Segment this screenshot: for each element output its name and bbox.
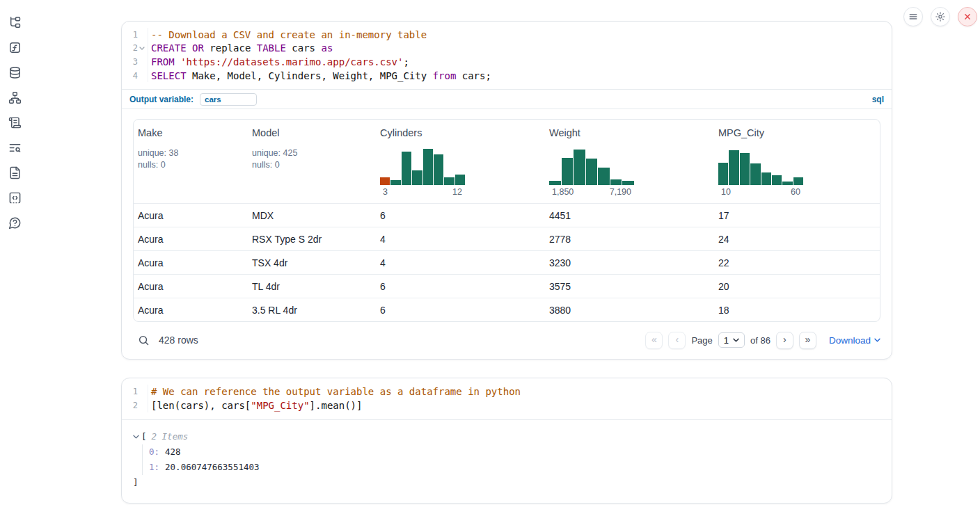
next-page-button[interactable]: › — [776, 332, 793, 349]
gear-icon — [935, 11, 946, 22]
table-cell: 24 — [714, 234, 880, 245]
python-code-editor[interactable]: 1# We can reference the output variable … — [122, 378, 892, 419]
function-square-icon[interactable] — [8, 41, 22, 54]
database-icon[interactable] — [8, 66, 22, 79]
line-number: 2 — [133, 43, 138, 53]
page-total-label: of 86 — [750, 335, 770, 346]
document-icon[interactable] — [8, 166, 22, 179]
download-menu[interactable]: Download — [829, 335, 880, 346]
column-header-weight[interactable]: Weight1,8507,190 — [545, 120, 714, 203]
token-keyword: OR — [192, 42, 204, 54]
token-plain: Make, Model, Cylinders, Weight, MPG_City — [187, 70, 433, 81]
tree-close-row: ] — [133, 475, 880, 490]
token-keyword: as — [321, 42, 333, 54]
table-cell: 3880 — [545, 305, 714, 316]
settings-button[interactable] — [931, 7, 950, 26]
token-string: "MPG_City" — [251, 400, 309, 411]
table-cell: 6 — [376, 305, 545, 316]
chevron-down-icon — [874, 338, 880, 342]
histogram-bar — [434, 154, 443, 186]
table-cell: 4 — [376, 234, 545, 245]
histogram-bar — [562, 158, 574, 186]
token-plain: replace — [204, 42, 257, 54]
line-number-gutter: 2 — [122, 42, 148, 56]
histogram-bar — [598, 168, 610, 185]
table-row: AcuraRSX Type S 2dr4277824 — [134, 227, 880, 250]
code-line: 1-- Download a CSV and create an in-memo… — [122, 28, 892, 42]
table-cell: Acura — [134, 305, 248, 316]
search-icon[interactable] — [138, 335, 150, 346]
histogram-bar — [750, 163, 760, 186]
table-cell: TSX 4dr — [248, 257, 376, 268]
table-cell: 20 — [714, 281, 880, 292]
shutdown-button[interactable] — [958, 7, 977, 26]
page-label: Page — [691, 335, 712, 346]
column-stat: nulls: 0 — [138, 159, 242, 171]
help-chat-icon[interactable] — [8, 216, 22, 230]
token-keyword: SELECT — [151, 70, 187, 81]
tree-root-row: [ 2 Items — [133, 429, 880, 444]
sql-cell: 1-- Download a CSV and create an in-memo… — [121, 21, 892, 360]
column-stat: nulls: 0 — [252, 159, 370, 171]
token-keyword: FROM — [151, 56, 175, 67]
column-header-cylinders[interactable]: Cylinders312 — [376, 120, 545, 203]
sql-output-variable-row: Output variable: sql — [122, 89, 892, 109]
table-cell: 4 — [376, 257, 545, 268]
column-title: Cylinders — [380, 126, 539, 140]
collapse-chevron-icon[interactable] — [133, 435, 141, 439]
column-header-model[interactable]: Modelunique: 425nulls: 0 — [248, 120, 376, 203]
code-text: [len(cars), cars["MPG_City"].mean()] — [148, 400, 362, 411]
pagination: « ‹ Page 1 of 86 › » Download — [645, 332, 880, 349]
column-header-make[interactable]: Makeunique: 38nulls: 0 — [134, 120, 248, 203]
histogram-bar — [444, 177, 454, 185]
histogram-bar — [782, 182, 792, 186]
token-string: 'https://datasets.marimo.app/cars.csv' — [180, 56, 403, 67]
table-cell: 17 — [714, 210, 880, 221]
last-page-button[interactable]: » — [799, 332, 816, 349]
sql-code-editor[interactable]: 1-- Download a CSV and create an in-memo… — [122, 22, 892, 89]
histogram-axis: 312 — [380, 187, 465, 197]
sql-output: Makeunique: 38nulls: 0Modelunique: 425nu… — [122, 109, 892, 359]
column-title: Model — [252, 126, 370, 140]
fold-spacer — [138, 58, 146, 65]
line-number: 2 — [133, 401, 138, 410]
snippets-icon[interactable] — [8, 191, 22, 204]
table-cell: 6 — [376, 281, 545, 292]
python-cell: 1# We can reference the output variable … — [121, 378, 892, 503]
column-stats: unique: 38nulls: 0 — [138, 147, 242, 171]
table-footer-left: 428 rows — [133, 335, 198, 346]
token-plain: [len(cars), cars[ — [151, 400, 251, 411]
file-tree-icon[interactable] — [8, 16, 22, 29]
fold-spacer — [138, 402, 146, 409]
line-number: 4 — [133, 71, 138, 81]
table-cell: RSX Type S 2dr — [248, 234, 376, 245]
prev-page-button[interactable]: ‹ — [668, 332, 686, 349]
token-keyword: CREATE — [151, 42, 187, 54]
output-variable-label: Output variable: — [129, 95, 193, 104]
column-histogram — [718, 149, 803, 185]
token-plain: ].mean()] — [310, 400, 363, 411]
axis-max-label: 7,190 — [610, 187, 631, 197]
menu-button[interactable] — [903, 7, 923, 26]
first-page-button[interactable]: « — [645, 332, 663, 349]
output-variable-input[interactable] — [200, 93, 257, 106]
column-stats: unique: 425nulls: 0 — [252, 147, 370, 171]
column-header-mpg_city[interactable]: MPG_City1060 — [714, 120, 880, 203]
histogram-bar — [423, 149, 433, 185]
table-footer: 428 rows « ‹ Page 1 of 86 › » Download — [133, 330, 880, 351]
table-cell: Acura — [134, 210, 248, 221]
python-output: [ 2 Items 0:4281:20.060747663551403 ] — [122, 419, 892, 503]
list-search-icon[interactable] — [8, 141, 22, 154]
dependency-graph-icon[interactable] — [8, 91, 22, 104]
table-cell: Acura — [134, 257, 248, 268]
table-row: Acura3.5 RL 4dr6388018 — [134, 298, 880, 321]
table-cell: MDX — [248, 210, 376, 221]
fold-chevron-icon[interactable] — [138, 45, 146, 51]
scroll-logs-icon[interactable] — [8, 116, 22, 129]
code-text: # We can reference the output variable a… — [148, 386, 521, 397]
code-text: -- Download a CSV and create an in-memor… — [148, 29, 427, 40]
page-select[interactable]: 1 — [718, 332, 745, 348]
notebook-controls — [903, 7, 977, 26]
table-row: AcuraMDX6445117 — [134, 203, 880, 227]
histogram-bar — [412, 170, 422, 186]
